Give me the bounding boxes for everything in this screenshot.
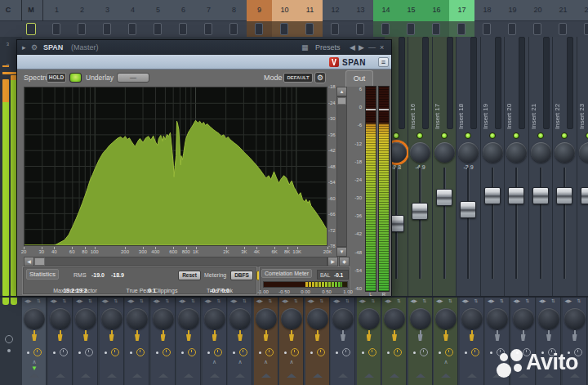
pan-arrows-icon[interactable]: ◀▶ xyxy=(282,298,288,303)
pan-arrows-icon[interactable]: ◀▶ xyxy=(76,298,82,303)
preset-next-icon[interactable]: ▶ xyxy=(359,43,364,51)
fx-enable-switch-icon[interactable] xyxy=(339,330,347,342)
route-arrow-icon[interactable]: ▼ xyxy=(22,365,47,372)
automation-clock-icon[interactable] xyxy=(394,348,402,356)
automation-clock-icon[interactable] xyxy=(163,348,171,356)
pan-knob[interactable] xyxy=(531,142,551,163)
channel-knob[interactable] xyxy=(564,308,586,329)
plugin-window-titlebar[interactable]: ▸ ⚙ SPAN (Master) ▦ Presets ◀ ▶ — × xyxy=(17,40,391,55)
strip-enable-led[interactable] xyxy=(489,132,496,139)
timeline-slot[interactable] xyxy=(128,23,136,35)
statistics-tab[interactable]: Statistics xyxy=(26,269,59,280)
slot-dot-icon[interactable] xyxy=(259,351,261,354)
timeline-bar-number[interactable]: 6 xyxy=(171,6,196,14)
mixer-insert-strip[interactable]: Insert 20 xyxy=(505,37,529,296)
pan-arrows-icon[interactable]: ◀▶ xyxy=(333,298,340,303)
scroll-right-icon[interactable]: ▶ xyxy=(327,257,338,266)
automation-clock-icon[interactable] xyxy=(239,348,247,356)
slot-dot-icon[interactable] xyxy=(78,351,81,354)
fader-track[interactable] xyxy=(564,168,566,279)
stereo-sep-arrows-icon[interactable]: ⇅ xyxy=(269,298,273,303)
fx-enable-switch-icon[interactable] xyxy=(30,330,38,342)
mixer-insert-strip[interactable]: Insert 16-4.9 xyxy=(408,37,433,296)
pan-arrows-icon[interactable]: ◀▶ xyxy=(205,298,212,303)
vertical-scrollbar[interactable] xyxy=(336,96,347,247)
pan-arrows-icon[interactable]: ◀▶ xyxy=(102,298,109,303)
fx-enable-switch-icon[interactable] xyxy=(519,330,528,342)
automation-clock-icon[interactable] xyxy=(445,348,453,356)
fx-enable-switch-icon[interactable] xyxy=(493,330,501,342)
fx-enable-switch-icon[interactable] xyxy=(365,330,373,342)
stereo-sep-arrows-icon[interactable]: ⇅ xyxy=(37,298,41,303)
mixer-strip-footer[interactable]: ◀▶⇅ xyxy=(357,298,381,385)
fader-track[interactable] xyxy=(443,168,446,279)
timeline-slot[interactable] xyxy=(255,23,263,35)
mixer-strip-footer[interactable]: ◀▶⇅∧▼ xyxy=(22,298,47,385)
channel-knob[interactable] xyxy=(50,308,71,329)
mode-gear-icon[interactable]: ⚙ xyxy=(314,72,326,83)
mixer-insert-strip[interactable]: Insert 19 xyxy=(481,37,506,296)
timeline-bar-number[interactable]: 5 xyxy=(145,6,171,14)
mixer-insert-strip[interactable]: Insert 21 xyxy=(529,37,554,296)
fx-enable-switch-icon[interactable] xyxy=(56,330,65,342)
timeline-slots-row[interactable] xyxy=(0,21,588,37)
fx-enable-switch-icon[interactable] xyxy=(133,330,141,342)
stereo-sep-arrows-icon[interactable]: ⇅ xyxy=(474,298,479,303)
timeline-slot[interactable] xyxy=(280,23,288,35)
channel-knob[interactable] xyxy=(153,308,174,329)
timeline-slot[interactable] xyxy=(407,23,415,35)
timeline-bar-number[interactable]: 3 xyxy=(95,6,120,14)
stereo-sep-arrows-icon[interactable]: ⇅ xyxy=(217,298,221,303)
fx-enable-switch-icon[interactable] xyxy=(390,330,399,342)
pan-arrows-icon[interactable]: ◀▶ xyxy=(127,298,134,303)
mixer-strip-footer[interactable]: ◀▶⇅∧ xyxy=(254,298,278,385)
automation-clock-icon[interactable] xyxy=(33,348,42,356)
mixer-strip-footer[interactable]: ◀▶⇅ xyxy=(100,298,124,385)
timeline-slot[interactable] xyxy=(305,23,314,35)
timeline-slot-master[interactable] xyxy=(26,23,36,35)
automation-clock-icon[interactable] xyxy=(420,348,428,356)
fx-enable-switch-icon[interactable] xyxy=(545,330,553,342)
timeline-bar-number[interactable]: 10 xyxy=(272,6,297,14)
pan-arrows-icon[interactable]: ◀▶ xyxy=(154,298,160,303)
fader-track[interactable] xyxy=(492,168,494,279)
strip-enable-led[interactable] xyxy=(586,132,588,139)
pan-arrows-icon[interactable]: ◀▶ xyxy=(565,298,572,303)
slot-dot-icon[interactable] xyxy=(207,351,210,354)
pan-arrows-icon[interactable]: ◀▶ xyxy=(24,298,31,303)
automation-clock-icon[interactable] xyxy=(136,348,145,356)
channel-knob[interactable] xyxy=(24,308,45,329)
slot-dot-icon[interactable] xyxy=(310,351,313,354)
stereo-sep-arrows-icon[interactable]: ⇅ xyxy=(166,298,170,303)
pan-arrows-icon[interactable]: ◀▶ xyxy=(436,298,443,303)
channel-knob[interactable] xyxy=(435,308,457,329)
zoom-diamond-icon[interactable]: ◆ xyxy=(339,257,350,266)
strip-enable-led[interactable] xyxy=(416,132,423,139)
stereo-sep-arrows-icon[interactable]: ⇅ xyxy=(320,298,324,303)
channel-knob[interactable] xyxy=(359,308,380,329)
channel-knob[interactable] xyxy=(101,308,122,329)
mixer-strip-footer[interactable]: ◀▶⇅ xyxy=(408,298,433,385)
pan-arrows-icon[interactable]: ◀▶ xyxy=(385,298,391,303)
channel-knob[interactable] xyxy=(332,308,354,329)
spectrum-plot[interactable] xyxy=(24,87,327,246)
automation-clock-icon[interactable] xyxy=(471,348,479,356)
detach-icon[interactable]: — xyxy=(368,43,376,51)
pan-arrows-icon[interactable]: ◀▶ xyxy=(539,298,546,303)
pan-knob[interactable] xyxy=(483,142,503,163)
mixer-insert-strip[interactable]: Insert 18-3.9 xyxy=(457,37,481,296)
expand-chevron-icon[interactable]: ∧ xyxy=(279,359,304,365)
channel-knob[interactable] xyxy=(307,308,328,329)
mixer-strip-footer[interactable]: ◀▶⇅ xyxy=(151,298,176,385)
timeline-slot[interactable] xyxy=(508,23,516,35)
volume-fader-handle[interactable] xyxy=(508,187,524,204)
timeline-slot[interactable] xyxy=(584,23,588,35)
pan-knob[interactable] xyxy=(579,142,588,163)
mixer-insert-strip[interactable]: Insert 17 xyxy=(433,37,457,296)
correlation-meter-tab[interactable]: Correlation Meter xyxy=(261,269,312,278)
automation-clock-icon[interactable] xyxy=(291,348,299,356)
spectrum-enable-led[interactable] xyxy=(69,73,82,83)
timeline-slot[interactable] xyxy=(457,23,466,35)
presets-label[interactable]: Presets xyxy=(315,43,341,51)
fx-enable-switch-icon[interactable] xyxy=(262,330,270,342)
